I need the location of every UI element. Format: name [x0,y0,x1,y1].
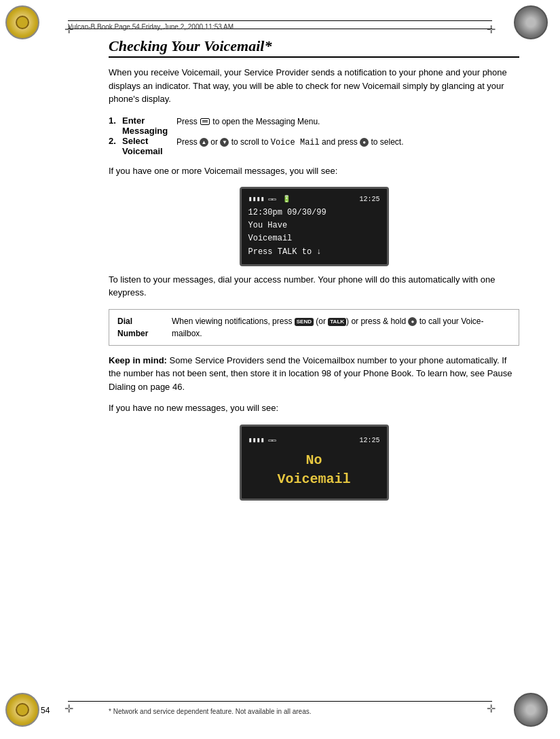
nav-up-icon: ▲ [200,138,208,147]
signal-indicator-2: ▮▮▮▮ ▭▭ [248,436,276,446]
phone-screen-1: ▮▮▮▮ ▭▭ 🔋 12:25 12:30pm 09/30/99 You Hav… [240,187,389,266]
step-1-label: EnterMessaging [122,115,176,136]
nav-select-icon: ● [360,138,369,147]
hold-icon: ● [408,317,417,326]
corner-decoration-bl [5,693,46,734]
step-2-row: 2. SelectVoicemail Press ▲ or ▼ to scrol… [109,136,519,156]
keep-in-mind-label: Keep in mind: [109,355,167,365]
listen-text: To listen to your messages, dial your ac… [109,273,519,300]
no-messages-text: If you have no new messages, you will se… [109,401,519,415]
header-bar: Vulcan-B.Book Page 54 Friday, June 2, 20… [68,20,492,33]
phone-screen-2-header: ▮▮▮▮ ▭▭ 12:25 [248,436,380,446]
screen-2-time: 12:25 [359,436,379,446]
no-voicemail-line2: Voicemail [248,470,380,489]
step-2-label: SelectVoicemail [122,136,176,156]
if-messages-text: If you have one or more Voicemail messag… [109,164,519,178]
page-number: 54 [41,706,50,715]
talk-icon: TALK [328,318,346,326]
tip-row: DialNumber When viewing notifications, p… [117,315,510,340]
page-title: Checking Your Voicemail* [109,37,519,58]
send-icon: SEND [295,318,314,326]
nav-down-icon: ▼ [220,138,229,147]
step-1-num: 1. [109,115,122,136]
phone-screen-1-header: ▮▮▮▮ ▭▭ 🔋 12:25 [248,194,380,205]
step-2-desc: Press ▲ or ▼ to scroll to Voice Mail and… [176,136,519,156]
messaging-icon [200,118,210,125]
tip-box: DialNumber When viewing notifications, p… [109,309,519,346]
corner-decoration-tl [5,5,46,46]
screen-1-time: 12:25 [359,194,379,205]
step-2-num: 2. [109,136,122,156]
corner-decoration-br [514,693,555,734]
main-content: Checking Your Voicemail* When you receiv… [109,37,519,698]
steps-table: 1. EnterMessaging Press to open the Mess… [109,115,519,156]
crosshair-bl: ✛ [64,704,73,715]
no-voicemail-line1: No [248,451,380,470]
phone-screen-2: ▮▮▮▮ ▭▭ 12:25 No Voicemail [240,425,389,501]
screen-1-line3: Voicemail [248,232,380,245]
header-text: Vulcan-B.Book Page 54 Friday, June 2, 20… [68,23,234,31]
screen-1-line1: 12:30pm 09/30/99 [248,206,380,219]
corner-decoration-tr [514,5,555,46]
signal-indicator: ▮▮▮▮ ▭▭ 🔋 [248,194,291,205]
keep-in-mind-section: Keep in mind: Some Service Providers sen… [109,354,519,394]
bottom-rule [68,701,492,702]
tip-table: DialNumber When viewing notifications, p… [117,315,510,340]
tip-label: DialNumber [117,315,172,340]
step-1-row: 1. EnterMessaging Press to open the Mess… [109,115,519,136]
keep-in-mind-text: Some Service Providers send the Voicemai… [109,355,512,392]
screen-1-line2: You Have [248,219,380,232]
intro-text: When you receive Voicemail, your Service… [109,66,519,106]
step-1-desc: Press to open the Messaging Menu. [176,115,519,136]
screen-1-line4: Press TALK to ↓ [248,246,380,259]
footnote: * Network and service dependent feature.… [109,708,519,715]
tip-desc: When viewing notifications, press SEND (… [172,315,510,340]
